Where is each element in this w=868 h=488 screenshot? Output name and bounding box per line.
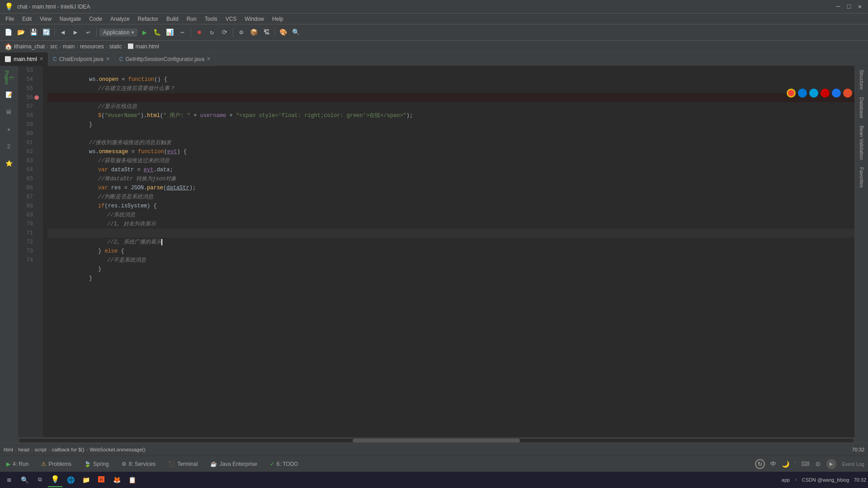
search-everywhere-button[interactable]: 🔍 (291, 27, 302, 38)
line-62: 62 (20, 147, 41, 156)
bottom-tab-todo[interactable]: ✓ 6: TODO (267, 459, 301, 469)
breadcrumb-resources[interactable]: resources (80, 43, 104, 50)
appearance-button[interactable]: 🎨 (278, 27, 289, 38)
menu-tools[interactable]: Tools (201, 15, 221, 23)
right-panel-structure[interactable]: Structure (857, 66, 866, 94)
search-taskbar-button[interactable]: 🔍 (17, 473, 32, 487)
code-editor[interactable]: 53 54 55 56 57 (18, 66, 854, 443)
tab-chat-endpoint[interactable]: C ChatEndpoint.java ✕ (48, 52, 115, 66)
bottom-tab-java-enterprise[interactable]: ☕ Java Enterprise (208, 459, 259, 469)
menu-analyze[interactable]: Analyze (107, 15, 133, 23)
new-file-button[interactable]: 📄 (3, 27, 14, 38)
maximize-button[interactable]: □ (845, 3, 853, 10)
back-button[interactable]: ◀ (57, 27, 68, 38)
menu-vcs[interactable]: VCS (222, 15, 241, 23)
breadcrumb-static[interactable]: static (109, 43, 122, 50)
menu-view[interactable]: View (36, 15, 55, 23)
tab-main-html[interactable]: ⬜ main.html ✕ (0, 52, 48, 66)
scroll-right-indicator[interactable]: ▶ (826, 459, 836, 469)
right-panel-bean-validation[interactable]: Bean Validation (857, 122, 866, 164)
forward-button[interactable]: ▶ (70, 27, 81, 38)
tab-close-main-html[interactable]: ✕ (39, 56, 43, 62)
horizontal-scrollbar[interactable] (18, 437, 854, 443)
sidebar-2-icon[interactable]: 2 (2, 139, 16, 154)
tab-close-get-http-session[interactable]: ✕ (207, 56, 211, 62)
breadcrumb-project[interactable]: ithaima_chat (14, 43, 45, 50)
menu-window[interactable]: Window (241, 15, 268, 23)
status-bc-websocket[interactable]: WebSocket.onmessage() (90, 447, 145, 452)
taskbar-file-explorer[interactable]: 📁 (79, 473, 93, 487)
java-enterprise-icon: ☕ (210, 461, 217, 467)
taskbar-idea[interactable]: 💡 (48, 473, 62, 487)
bottom-tab-services[interactable]: ⚙ 8: Services (119, 459, 158, 469)
bottom-tab-spring[interactable]: 🍃 Spring (81, 459, 112, 469)
browser-icon-ie[interactable] (832, 89, 841, 98)
browser-icon-brave[interactable] (821, 89, 830, 98)
bottom-tab-run[interactable]: ▶ 4: Run (4, 459, 31, 469)
menu-run[interactable]: Run (183, 15, 200, 23)
status-bc-html[interactable]: html (4, 447, 13, 452)
status-bar: html › head › script › callback for $() … (0, 443, 868, 455)
ime-indicator[interactable]: 中 (770, 460, 776, 468)
sdk-button[interactable]: 📦 (249, 27, 259, 38)
right-panel-favorites[interactable]: Favorites (857, 164, 866, 191)
stop-button[interactable]: ■ (194, 27, 205, 38)
run-config-selector[interactable]: Application ▾ (99, 28, 137, 37)
bottom-tab-problems[interactable]: ⚠ Problems (38, 459, 74, 469)
menu-help[interactable]: Help (269, 15, 287, 23)
breadcrumb-main[interactable]: main (63, 43, 75, 50)
menu-build[interactable]: Build (163, 15, 182, 23)
save-button[interactable]: 💾 (28, 27, 39, 38)
browser-icon-chrome[interactable] (787, 89, 796, 98)
undo-button[interactable]: ↩ (83, 27, 94, 38)
sidebar-bookmarks-icon[interactable]: ★ (2, 122, 16, 136)
tab-get-http-session[interactable]: C GetHttpSessionConfigurator.java ✕ (115, 52, 216, 66)
project-structure-button[interactable]: 🏗 (261, 27, 272, 38)
windows-start-button[interactable]: ⊞ (2, 473, 16, 487)
bottom-tab-terminal[interactable]: ⬛ Terminal (165, 459, 200, 469)
right-panel-database[interactable]: Database (857, 94, 866, 122)
breadcrumb-src[interactable]: src (50, 43, 57, 50)
scrollbar-track[interactable] (19, 439, 854, 442)
more-run-button[interactable]: ⋯ (177, 27, 188, 38)
right-panels: Structure Database Bean Validation Favor… (854, 66, 868, 443)
line-72: 72 (20, 238, 41, 247)
settings-indicator[interactable]: ⚙ (815, 460, 821, 468)
scrollbar-thumb[interactable] (353, 439, 519, 442)
tab-close-chat-endpoint[interactable]: ✕ (106, 56, 110, 62)
sidebar-structure-icon[interactable]: 🏛 (2, 105, 16, 119)
code-line-60: //接收到服务端推送的消息后触发 (47, 129, 854, 138)
status-bc-callback[interactable]: callback for $() (52, 447, 85, 452)
minimize-button[interactable]: ─ (835, 3, 842, 10)
menu-file[interactable]: File (2, 15, 18, 23)
taskbar-firefox[interactable]: 🦊 (109, 473, 124, 487)
menu-refactor[interactable]: Refactor (134, 15, 162, 23)
rerun-failed-button[interactable]: ⟳ (219, 27, 230, 38)
rerun-button[interactable]: ↻ (207, 27, 217, 38)
run-coverage-button[interactable]: 📊 (165, 27, 175, 38)
status-bc-head[interactable]: head (18, 447, 29, 452)
task-view-button[interactable]: ⧉ (33, 473, 47, 487)
sync-button[interactable]: 🔄 (41, 27, 52, 38)
taskbar-app-6[interactable]: 📋 (125, 473, 139, 487)
browser-icon-firefox[interactable] (843, 89, 852, 98)
sidebar-project-icon[interactable]: 1: Project (2, 70, 16, 85)
code-line-54: //在建立连接后需要做什么事？ (47, 75, 854, 84)
taskbar-app-4[interactable]: 🅰 (94, 473, 108, 487)
sidebar-favorites-icon[interactable]: ⭐ (2, 156, 16, 171)
open-button[interactable]: 📂 (15, 27, 26, 38)
close-button[interactable]: ✕ (856, 3, 863, 10)
code-content[interactable]: ws.onopen = function() { //在建立连接后需要做什么事？… (43, 66, 854, 437)
browser-icon-opera[interactable] (809, 89, 818, 98)
event-log[interactable]: Event Log (842, 461, 864, 467)
run-button[interactable]: ▶ (139, 27, 150, 38)
status-bc-script[interactable]: script (35, 447, 47, 452)
debug-button[interactable]: 🐛 (152, 27, 163, 38)
settings-button[interactable]: ⚙ (236, 27, 247, 38)
browser-icon-edge[interactable] (798, 89, 807, 98)
sidebar-commit-icon[interactable]: 📝 (2, 88, 16, 102)
menu-code[interactable]: Code (85, 15, 106, 23)
taskbar-chrome[interactable]: 🌐 (63, 473, 78, 487)
menu-navigate[interactable]: Navigate (56, 15, 85, 23)
menu-edit[interactable]: Edit (19, 15, 35, 23)
